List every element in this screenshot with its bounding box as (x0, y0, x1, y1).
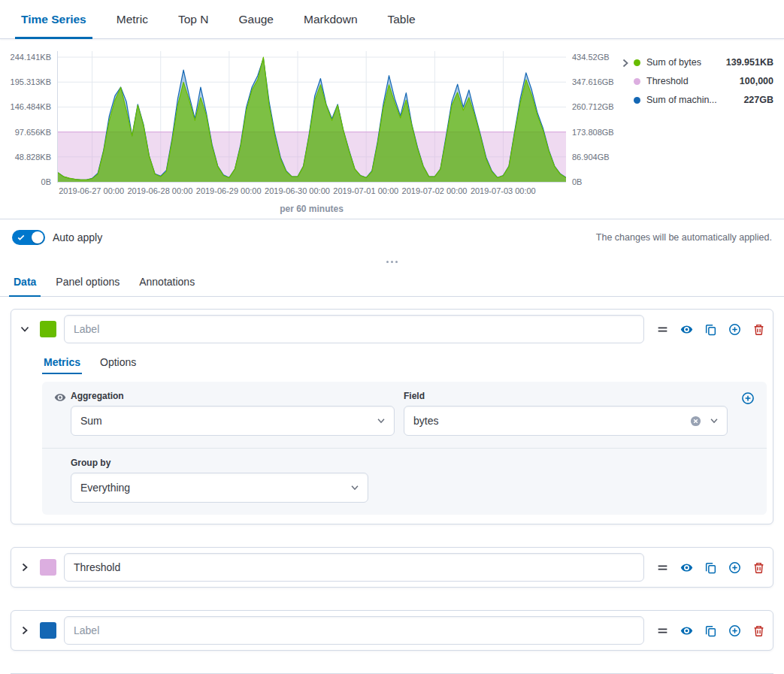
legend-collapse-button[interactable] (617, 57, 634, 71)
delete-series-icon[interactable] (752, 561, 765, 574)
collapse-series-button[interactable] (19, 322, 32, 336)
drag-handle-icon[interactable] (656, 323, 669, 336)
clone-series-icon[interactable] (704, 323, 717, 336)
aggregation-label: Aggregation (71, 391, 395, 401)
y-tick-label: 244.141KB (11, 53, 51, 62)
x-axis: 2019-06-27 00:002019-06-28 00:002019-06-… (57, 183, 566, 196)
add-series-icon[interactable] (728, 323, 741, 336)
series-label-input[interactable] (64, 315, 644, 343)
legend-item-sum-of-bytes[interactable]: Sum of bytes 139.951KB (634, 57, 773, 68)
clone-series-icon[interactable] (704, 624, 717, 637)
plot-area[interactable] (57, 51, 566, 183)
chevron-right-icon (19, 561, 32, 573)
tab-table[interactable]: Table (373, 0, 431, 38)
x-tick-label: 2019-06-28 00:00 (127, 186, 192, 195)
series-header (11, 548, 773, 587)
tab-top-n[interactable]: Top N (163, 0, 224, 38)
chevron-down-icon (19, 323, 32, 335)
group-by-row: Group by Everything (42, 449, 767, 515)
chevron-right-icon (619, 60, 631, 71)
y-axis-left: 0B48.828KB97.656KB146.484KB195.313KB244.… (3, 51, 57, 183)
expand-series-button[interactable] (19, 561, 32, 574)
eye-icon[interactable] (680, 624, 693, 637)
series-label-input[interactable] (64, 616, 644, 645)
field-value: bytes (413, 415, 438, 427)
clone-series-icon[interactable] (704, 561, 717, 574)
series-panel-2 (11, 547, 773, 588)
series-header (11, 611, 773, 650)
drag-handle-icon[interactable] (656, 624, 669, 637)
drag-handle-icon[interactable] (656, 561, 669, 574)
auto-apply-toggle[interactable] (12, 230, 45, 245)
series-panel-3 (11, 610, 773, 651)
series-color-swatch[interactable] (40, 622, 56, 639)
y-axis-right: 0B86.904GB173.808GB260.712GB347.616GB434… (566, 51, 617, 183)
add-series-icon[interactable] (728, 624, 741, 637)
series-panels: Metrics Options Aggregation Sum (0, 297, 784, 674)
x-tick-label: 2019-06-27 00:00 (59, 186, 124, 195)
legend-item-sum-of-machine[interactable]: Sum of machin... 227GB (634, 95, 773, 105)
delete-series-icon[interactable] (752, 323, 765, 336)
y-tick-label: 48.828KB (15, 153, 51, 162)
chevron-down-icon (376, 416, 386, 426)
auto-apply-hint: The changes will be automatically applie… (596, 232, 772, 243)
y-tick-label: 347.616GB (572, 77, 614, 86)
eye-icon[interactable] (54, 391, 71, 436)
legend-label: Sum of bytes (646, 57, 701, 68)
auto-apply-bar: Auto apply The changes will be automatic… (0, 219, 784, 255)
legend-dot (634, 78, 640, 85)
eye-icon[interactable] (680, 561, 693, 574)
x-tick-label: 2019-07-01 00:00 (333, 186, 398, 195)
series-panel-1: Metrics Options Aggregation Sum (11, 309, 773, 524)
legend-label: Sum of machin... (646, 95, 717, 105)
expand-series-button[interactable] (19, 624, 32, 637)
tab-metrics[interactable]: Metrics (42, 352, 82, 374)
field-label: Field (404, 391, 728, 401)
tab-gauge[interactable]: Gauge (223, 0, 289, 38)
series-header (11, 310, 773, 349)
tab-data[interactable]: Data (9, 268, 41, 296)
legend-dot (634, 59, 640, 66)
visualization-type-tabs: Time Series Metric Top N Gauge Markdown … (0, 0, 784, 39)
aggregation-select[interactable]: Sum (71, 406, 395, 436)
field-combobox[interactable]: bytes (404, 406, 728, 436)
y-tick-label: 146.484KB (11, 102, 51, 111)
chevron-down-icon (350, 482, 360, 493)
tab-panel-options[interactable]: Panel options (51, 268, 124, 296)
metrics-config: Aggregation Sum Field bytes (42, 382, 767, 515)
x-tick-label: 2019-06-30 00:00 (265, 186, 330, 195)
y-tick-label: 0B (41, 177, 51, 186)
legend-value: 227GB (737, 95, 773, 105)
y-tick-label: 86.904GB (572, 153, 610, 162)
check-icon (17, 233, 26, 242)
legend-item-threshold[interactable]: Threshold 100,000 (634, 76, 773, 86)
editor-tabs: Data Panel options Annotations (0, 268, 784, 297)
chart-interval-caption: per 60 minutes (57, 204, 566, 214)
series-color-swatch[interactable] (40, 559, 56, 576)
legend-value: 139.951KB (720, 57, 773, 68)
tab-markdown[interactable]: Markdown (289, 0, 373, 38)
group-by-select[interactable]: Everything (71, 473, 368, 503)
series-label-input[interactable] (64, 553, 644, 582)
eye-icon[interactable] (680, 323, 693, 336)
x-tick-label: 2019-06-29 00:00 (196, 186, 262, 195)
chart-legend: Sum of bytes 139.951KB Threshold 100,000… (634, 57, 776, 113)
time-series-chart: 0B48.828KB97.656KB146.484KB195.313KB244.… (0, 39, 784, 219)
tab-annotations[interactable]: Annotations (135, 268, 199, 296)
add-metric-icon[interactable] (741, 391, 755, 405)
add-series-icon[interactable] (728, 561, 741, 574)
chart-canvas (58, 51, 566, 182)
tab-metric[interactable]: Metric (101, 0, 163, 38)
delete-series-icon[interactable] (752, 624, 765, 637)
y-tick-label: 97.656KB (15, 128, 51, 137)
y-tick-label: 0B (572, 177, 582, 186)
tab-time-series[interactable]: Time Series (6, 0, 101, 38)
clear-field-icon[interactable] (690, 416, 701, 427)
y-tick-label: 260.712GB (572, 102, 614, 111)
group-by-value: Everything (80, 482, 130, 494)
panel-resize-handle[interactable] (0, 255, 784, 268)
series-color-swatch[interactable] (40, 321, 56, 337)
tab-options[interactable]: Options (98, 352, 138, 374)
y-tick-label: 434.52GB (572, 53, 610, 62)
legend-label: Threshold (646, 76, 689, 86)
